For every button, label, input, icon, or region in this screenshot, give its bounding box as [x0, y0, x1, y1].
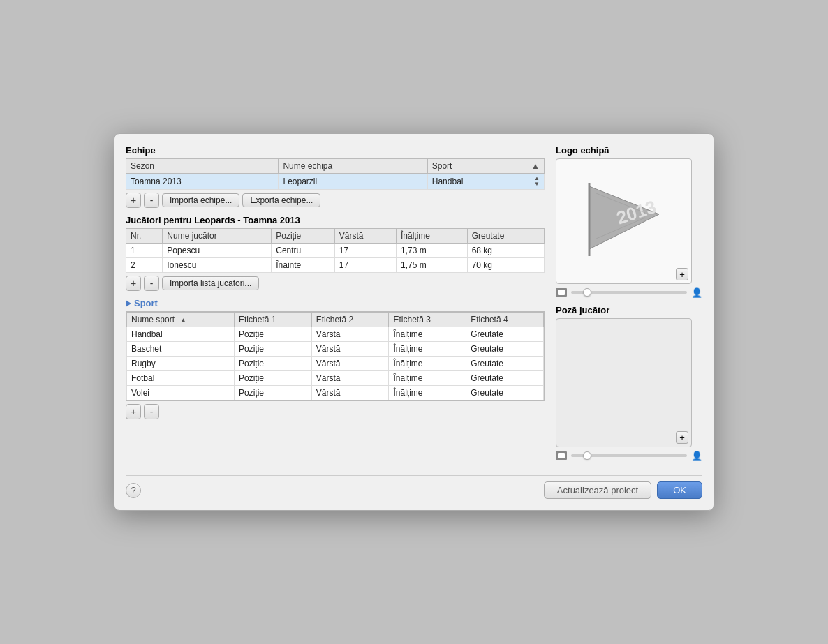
teams-table: Sezon Nume echipă Sport ▲	[126, 158, 545, 190]
sport-e1: Poziție	[234, 386, 311, 400]
sport-name: Rugby	[127, 357, 235, 371]
sport-toolbar: + -	[126, 404, 545, 419]
sport-col-e4[interactable]: Etichetă 4	[466, 313, 544, 327]
logo-person-icon: 👤	[691, 287, 702, 298]
add-photo-button[interactable]: +	[676, 431, 688, 444]
sport-e3: Înălțime	[389, 327, 466, 342]
sport-e4: Greutate	[466, 342, 544, 357]
player-photo-label: Poză jucător	[556, 305, 702, 315]
sport-e3: Înălțime	[389, 386, 466, 400]
remove-sport-button[interactable]: -	[144, 404, 159, 419]
sport-e3: Înălțime	[389, 371, 466, 386]
teams-col-echipa[interactable]: Nume echipă	[279, 159, 427, 174]
sport-e4: Greutate	[466, 371, 544, 386]
table-row[interactable]: Volei Poziție Vârstă Înălțime Greutate	[127, 386, 544, 400]
player-name: Ionescu	[163, 258, 272, 273]
svg-rect-6	[558, 290, 565, 295]
sport-e2: Vârstă	[311, 371, 389, 386]
col-inaltime[interactable]: Înălțime	[396, 229, 467, 244]
col-greutate[interactable]: Greutate	[467, 229, 544, 244]
teams-label: Echipe	[126, 145, 545, 156]
sport-name: Fotbal	[127, 371, 235, 386]
remove-player-button[interactable]: -	[144, 276, 159, 291]
logo-slider[interactable]	[571, 291, 687, 294]
ok-button[interactable]: OK	[657, 481, 702, 499]
sport-e1: Poziție	[234, 357, 311, 371]
col-name[interactable]: Nume jucător	[163, 229, 272, 244]
table-row[interactable]: Toamna 2013 Leoparzii Handbal ▲ ▼	[126, 174, 545, 190]
remove-team-button[interactable]: -	[144, 193, 159, 208]
add-sport-button[interactable]: +	[126, 404, 141, 419]
update-project-button[interactable]: Actualizează proiect	[544, 481, 651, 499]
players-table: Nr. Nume jucător Poziție Vârstă Înălțime…	[126, 228, 545, 273]
team-logo-image: 2013	[575, 172, 673, 270]
table-row[interactable]: Fotbal Poziție Vârstă Înălțime Greutate	[127, 371, 544, 386]
main-dialog: Echipe Sezon Nume echipă Sport	[114, 133, 714, 511]
help-button[interactable]: ?	[126, 483, 141, 498]
sport-stepper[interactable]: ▲ ▼	[534, 176, 540, 187]
teams-col-sezon[interactable]: Sezon	[126, 159, 279, 174]
sport-col-e3[interactable]: Etichetă 3	[389, 313, 466, 327]
player-inaltime: 1,75 m	[396, 258, 467, 273]
table-row[interactable]: Baschet Poziție Vârstă Înălțime Greutate	[127, 342, 544, 357]
sport-name: Volei	[127, 386, 235, 400]
table-row[interactable]: 2 Ionescu Înainte 17 1,75 m 70 kg	[126, 258, 545, 273]
player-greutate: 68 kg	[467, 244, 544, 258]
right-panel: Logo echipă 2013 +	[556, 145, 702, 468]
add-player-button[interactable]: +	[126, 276, 141, 291]
table-row[interactable]: Rugby Poziție Vârstă Înălțime Greutate	[127, 357, 544, 371]
player-photo-box: +	[556, 318, 692, 447]
player-varsta: 17	[334, 244, 396, 258]
photo-image-controls: 👤	[556, 450, 702, 461]
photo-slider[interactable]	[571, 454, 687, 457]
player-pozitie: Centru	[272, 244, 335, 258]
sport-e2: Vârstă	[311, 386, 389, 400]
sport-e4: Greutate	[466, 327, 544, 342]
player-nr: 1	[126, 244, 163, 258]
player-pozitie: Înainte	[272, 258, 335, 273]
photo-person-icon: 👤	[691, 450, 702, 461]
team-name: Leoparzii	[279, 174, 427, 190]
footer-buttons: Actualizează proiect OK	[544, 481, 702, 499]
import-players-button[interactable]: Importă listă jucători...	[162, 276, 259, 290]
players-section: Jucători pentru Leopards - Toamna 2013 N…	[126, 215, 545, 291]
photo-slider-thumb[interactable]	[583, 451, 591, 460]
add-team-button[interactable]: +	[126, 193, 141, 208]
logo-label: Logo echipă	[556, 145, 702, 156]
player-nr: 2	[126, 258, 163, 273]
left-panel: Echipe Sezon Nume echipă Sport	[126, 145, 545, 468]
sport-col-e2[interactable]: Etichetă 2	[311, 313, 389, 327]
team-sport: Handbal ▲ ▼	[427, 174, 544, 190]
teams-toolbar: + - Importă echipe... Exportă echipe...	[126, 193, 545, 208]
player-varsta: 17	[334, 258, 396, 273]
logo-slider-thumb[interactable]	[583, 288, 591, 297]
col-nr[interactable]: Nr.	[126, 229, 163, 244]
sport-e4: Greutate	[466, 386, 544, 400]
teams-section: Echipe Sezon Nume echipă Sport	[126, 145, 545, 208]
sport-col-name[interactable]: Nume sport ▲	[127, 313, 235, 327]
team-sezon: Toamna 2013	[126, 174, 279, 190]
sport-e3: Înălțime	[389, 342, 466, 357]
export-teams-button[interactable]: Exportă echipe...	[242, 193, 320, 207]
col-varsta[interactable]: Vârstă	[334, 229, 396, 244]
table-row[interactable]: Handbal Poziție Vârstă Înălțime Greutate	[127, 327, 544, 342]
sport-e1: Poziție	[234, 371, 311, 386]
sport-e4: Greutate	[466, 357, 544, 371]
sport-toggle[interactable]: Sport	[126, 298, 545, 308]
players-heading: Jucători pentru Leopards - Toamna 2013	[126, 215, 545, 225]
sport-e3: Înălțime	[389, 357, 466, 371]
import-teams-button[interactable]: Importă echipe...	[162, 193, 239, 207]
logo-image-controls: 👤	[556, 287, 702, 298]
player-name: Popescu	[163, 244, 272, 258]
add-logo-button[interactable]: +	[676, 268, 688, 280]
col-pozitie[interactable]: Poziție	[272, 229, 335, 244]
sport-e2: Vârstă	[311, 342, 389, 357]
sport-name: Baschet	[127, 342, 235, 357]
teams-col-sport[interactable]: Sport ▲	[427, 159, 544, 174]
sport-name: Handbal	[127, 327, 235, 342]
svg-rect-8	[558, 453, 565, 458]
sport-col-e1[interactable]: Etichetă 1	[234, 313, 311, 327]
player-photo-section: Poză jucător + 👤	[556, 305, 702, 461]
table-row[interactable]: 1 Popescu Centru 17 1,73 m 68 kg	[126, 244, 545, 258]
player-greutate: 70 kg	[467, 258, 544, 273]
